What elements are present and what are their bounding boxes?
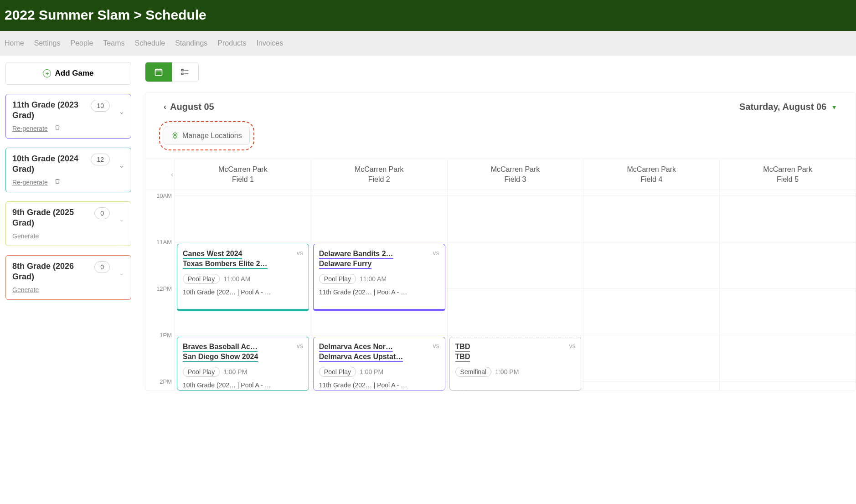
stage-badge: Pool Play [319,367,356,377]
grade-count-badge: 10 [91,100,110,112]
time-gutter: 10AM 11AM 12PM 1PM 2PM [145,190,175,391]
trash-icon[interactable] [54,178,61,185]
date-picker-button[interactable]: Saturday, August 06 ▼ [739,102,837,112]
grade-card-8th[interactable]: 8th Grade (2026 Grad) 0 ⌄ Generate [5,255,131,300]
generate-link[interactable]: Generate [12,286,39,293]
location-pin-icon [171,132,179,139]
game-time: 1:00 PM [360,368,383,375]
breadcrumb-separator-icon: > [134,7,146,22]
chevron-left-icon: ‹ [164,102,166,112]
grade-title: 9th Grade (2025 Grad) [12,207,90,228]
nav-home[interactable]: Home [5,39,24,47]
time-label: 2PM [160,378,172,385]
field-header-2: McCarren ParkField 2 [311,159,447,190]
schedule-panel: ‹ August 05 Saturday, August 06 ▼ Manage… [145,92,856,391]
game-time: 1:00 PM [495,368,519,375]
game-card[interactable]: Canes West 2024 vs Texas Bombers Elite 2… [177,244,309,311]
calendar-view-button[interactable] [145,62,172,82]
grade-title: 10th Grade (2024 Grad) [12,154,90,174]
trash-icon[interactable] [54,124,61,131]
plus-icon: + [43,69,51,77]
stage-badge: Pool Play [319,274,356,284]
regenerate-link[interactable]: Re-generate [12,125,48,132]
svg-rect-0 [155,69,162,75]
manage-locations-highlight: Manage Locations [159,121,254,150]
grade-count-badge: 0 [94,207,110,219]
field-header-5: McCarren ParkField 5 [719,159,856,190]
chevron-down-icon[interactable]: ⌄ [119,269,124,277]
game-footer: 10th Grade (202… | Pool A - … [183,381,303,389]
timeline: 10AM 11AM 12PM 1PM 2PM [145,190,856,391]
chevron-down-icon[interactable]: ⌄ [119,216,124,223]
game-footer: 10th Grade (202… | Pool A - … [183,288,303,296]
previous-day-button[interactable]: ‹ August 05 [164,102,214,112]
field-column-1: Canes West 2024 vs Texas Bombers Elite 2… [175,190,311,391]
grade-card-11th[interactable]: 11th Grade (2023 Grad) 10 ⌄ Re-generate [5,94,131,139]
game-card[interactable]: Braves Baseball Ac… vs San Diego Show 20… [177,337,309,391]
add-game-label: Add Game [55,69,93,78]
chevron-down-icon[interactable]: ⌄ [119,108,124,115]
bracket-tag: R1G1 [563,337,578,337]
grade-count-badge: 12 [91,154,110,165]
view-toggle [145,62,199,82]
time-label: 12PM [156,285,172,292]
manage-locations-label: Manage Locations [182,132,242,140]
game-time: 11:00 AM [360,275,387,283]
svg-rect-1 [182,69,183,71]
main-content: ‹ August 05 Saturday, August 06 ▼ Manage… [137,56,856,391]
sidebar: + Add Game 11th Grade (2023 Grad) 10 ⌄ R… [0,56,137,391]
grade-card-9th[interactable]: 9th Grade (2025 Grad) 0 ⌄ Generate [5,201,131,246]
calendar-icon [154,67,163,77]
previous-day-label: August 05 [170,102,214,112]
nav-teams[interactable]: Teams [103,39,124,47]
list-icon [180,67,190,77]
nav-invoices[interactable]: Invoices [256,39,283,47]
grade-count-badge: 0 [94,261,110,273]
list-view-button[interactable] [172,62,198,82]
current-day-label: Saturday, August 06 [739,102,826,112]
svg-rect-2 [182,73,183,75]
game-card[interactable]: Delmarva Aces Nor… vs Delmarva Aces Upst… [313,337,445,391]
top-nav: Home Settings People Teams Schedule Stan… [0,31,856,56]
grade-card-10th[interactable]: 10th Grade (2024 Grad) 12 ⌄ Re-generate [5,148,131,192]
field-column-4 [583,190,719,391]
stage-badge: Semifinal [455,367,492,377]
dropdown-icon: ▼ [831,103,837,111]
event-title: 2022 Summer Slam [5,7,130,22]
field-column-5 [719,190,856,391]
field-header-1: McCarren ParkField 1 [175,159,311,190]
nav-standings[interactable]: Standings [175,39,207,47]
date-row: ‹ August 05 Saturday, August 06 ▼ [145,93,856,115]
stage-badge: Pool Play [183,274,220,284]
game-footer: 11th Grade (202… | Pool A - … [319,288,439,296]
game-time: 1:00 PM [223,368,247,375]
add-game-button[interactable]: + Add Game [5,62,131,85]
nav-schedule[interactable]: Schedule [134,39,165,47]
game-footer: 11th Grade (202… | Pool A - … [319,381,439,389]
field-header-3: McCarren ParkField 3 [447,159,583,190]
stage-badge: Pool Play [183,367,220,377]
chevron-down-icon[interactable]: ⌄ [119,162,124,169]
field-header-4: McCarren ParkField 4 [583,159,719,190]
field-column-3: R1G1 TBD vs TBD Semifinal 1:00 PM [447,190,583,391]
manage-locations-button[interactable]: Manage Locations [164,127,250,145]
timeline-columns: Canes West 2024 vs Texas Bombers Elite 2… [175,190,856,391]
page-header: 2022 Summer Slam > Schedule [0,0,856,31]
field-header-row: ‹ McCarren ParkField 1 McCarren ParkFiel… [145,159,856,190]
nav-settings[interactable]: Settings [34,39,61,47]
field-column-2: Delaware Bandits 2… vs Delaware Furry Po… [311,190,447,391]
game-time: 11:00 AM [223,275,250,283]
game-card-tbd[interactable]: R1G1 TBD vs TBD Semifinal 1:00 PM [449,337,582,391]
nav-products[interactable]: Products [217,39,246,47]
generate-link[interactable]: Generate [12,232,39,240]
nav-people[interactable]: People [71,39,93,47]
grade-title: 11th Grade (2023 Grad) [12,100,90,120]
regenerate-link[interactable]: Re-generate [12,179,48,186]
game-card[interactable]: Delaware Bandits 2… vs Delaware Furry Po… [313,244,445,311]
time-label: 1PM [160,332,172,339]
grade-title: 8th Grade (2026 Grad) [12,261,90,282]
scroll-fields-left-button[interactable]: ‹ [171,170,173,179]
svg-point-3 [174,134,175,135]
time-label: 11AM [156,239,172,246]
page-title: Schedule [145,7,206,22]
